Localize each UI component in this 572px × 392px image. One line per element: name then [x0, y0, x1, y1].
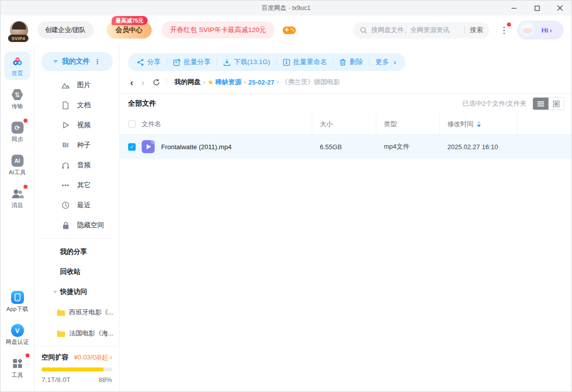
vip-center-button[interactable]: 会员中心 最高减75元 — [107, 22, 152, 39]
breadcrumb-separator: › — [277, 79, 279, 86]
torrents-label: 种子 — [77, 141, 91, 150]
documents-label: 文档 — [77, 101, 91, 110]
delete-button[interactable]: 删除 — [339, 58, 363, 67]
folder-label: 西班牙电影《... — [69, 308, 114, 317]
window-controls — [502, 1, 571, 16]
sidebar-item-videos[interactable]: 视频 — [35, 115, 119, 135]
breadcrumb-rare-resources[interactable]: 稀缺资源 — [215, 78, 241, 87]
documents-icon — [61, 101, 71, 110]
collapse-triangle-icon — [53, 60, 58, 63]
file-name-cell[interactable]: Frontalwatte (2011).mp4 — [140, 140, 312, 153]
sidebar-item-quick-access[interactable]: 快捷访问 — [35, 282, 119, 302]
minimize-button[interactable] — [502, 1, 525, 16]
file-name[interactable]: Frontalwatte (2011).mp4 — [161, 143, 232, 151]
chevron-right-icon: › — [110, 353, 112, 361]
breadcrumb-separator: › — [244, 79, 246, 86]
quick-folder-spanish-movie[interactable]: 西班牙电影《... — [35, 302, 119, 323]
rail-item-sync[interactable]: ⟳ 同步 — [5, 118, 31, 146]
select-all-checkbox[interactable] — [128, 120, 136, 128]
rail-item-app-download[interactable]: App下载 — [5, 287, 31, 316]
my-files-label: 我的文件 — [62, 57, 90, 66]
search-button[interactable]: 搜索 — [470, 26, 483, 35]
maximize-icon — [534, 6, 540, 11]
storage-expand-label: 空间扩容 — [42, 353, 69, 362]
batch-rename-button[interactable]: 批量重命名 — [283, 58, 327, 67]
sidebar-item-pictures[interactable]: 图片 — [35, 75, 119, 95]
rail-label-app-download: App下载 — [7, 305, 28, 313]
batch-share-icon — [173, 59, 181, 66]
refresh-button[interactable] — [153, 79, 160, 86]
sidebar-item-recycle-bin[interactable]: 回收站 — [35, 262, 119, 282]
breadcrumb-date-folder[interactable]: 25-02-27 — [248, 79, 274, 86]
folder-icon — [57, 330, 66, 337]
column-header-size[interactable]: 大小 — [312, 114, 376, 134]
close-button[interactable] — [548, 1, 571, 16]
promo-banner[interactable]: 开春红包 SVIP年卡最高减120元 — [162, 22, 275, 39]
storage-progress-bar — [42, 367, 112, 371]
share-button[interactable]: 分享 — [137, 58, 161, 67]
assistant-face — [523, 28, 532, 34]
column-header-name[interactable]: 文件名 — [140, 114, 312, 134]
search-box[interactable]: 搜网盘文件、全网资源资讯 搜索 — [353, 22, 489, 39]
sidebar-item-documents[interactable]: 文档 — [35, 95, 119, 115]
file-row[interactable]: ✓ Frontalwatte (2011).mp4 6.55GB mp4文件 2… — [120, 135, 571, 159]
column-header-tail — [517, 114, 571, 134]
star-icon: ★ — [208, 78, 214, 86]
storage-price-link[interactable]: ¥0.03/GB起 › — [74, 353, 112, 362]
folder-icon — [57, 309, 66, 316]
breadcrumb-divider — [167, 78, 167, 86]
recent-label: 最近 — [77, 201, 91, 210]
app-window: 百度网盘 · tx9uc1 SVIP4 创建企业/团队 会员中心 最高减75元 … — [0, 0, 572, 392]
sidebar-item-recent[interactable]: 最近 — [35, 195, 119, 215]
rail-item-tools[interactable]: 工具 — [5, 353, 31, 382]
breadcrumb-my-drive[interactable]: 我的网盘 — [175, 78, 201, 87]
video-file-icon — [142, 140, 155, 153]
download-icon — [223, 59, 231, 66]
hidden-space-label: 隐藏空间 — [77, 221, 104, 230]
rail-label-sync: 同步 — [12, 136, 23, 143]
row-checkbox[interactable]: ✓ — [128, 143, 136, 151]
game-center-button[interactable] — [282, 25, 296, 36]
rail-label-home: 首页 — [12, 70, 23, 77]
sidebar-item-my-files[interactable]: 我的文件 ⋮ — [41, 52, 113, 71]
file-type: mp4文件 — [376, 142, 440, 151]
assistant-button[interactable]: Hi › — [517, 21, 563, 40]
sort-icon[interactable] — [477, 121, 481, 127]
vip-center-label: 会员中心 — [116, 26, 143, 34]
my-files-menu-icon[interactable]: ⋮ — [94, 58, 101, 65]
rail-item-messages[interactable]: 消息 — [5, 184, 31, 212]
column-header-type[interactable]: 类型 — [376, 114, 440, 134]
search-input[interactable]: 搜网盘文件、全网资源资讯 — [371, 26, 459, 35]
nav-back-button[interactable]: ‹ — [130, 78, 133, 87]
storage-percent: 88% — [99, 376, 112, 383]
column-header-modified[interactable]: 修改时间 — [440, 114, 517, 134]
chevron-down-icon: ∨ — [393, 60, 396, 65]
sidebar-item-hidden-space[interactable]: 隐藏空间 — [35, 215, 119, 235]
vip-discount-badge: 最高减75元 — [112, 16, 148, 25]
folder-label: 法国电影《海... — [69, 329, 114, 338]
rail-item-ai-tools[interactable]: AI AI工具 — [5, 151, 31, 179]
search-icon — [360, 27, 367, 34]
grid-view-button[interactable] — [548, 98, 564, 110]
maximize-button[interactable] — [525, 1, 548, 16]
sync-notification-dot — [24, 119, 28, 123]
nav-forward-button[interactable]: › — [141, 78, 144, 87]
list-view-button[interactable] — [533, 98, 548, 110]
sidebar-item-torrents[interactable]: Bt 种子 — [35, 135, 119, 155]
create-team-button[interactable]: 创建企业/团队 — [38, 22, 94, 39]
user-avatar[interactable]: SVIP4 — [10, 21, 29, 40]
batch-share-button[interactable]: 批量分享 — [173, 58, 211, 67]
download-button[interactable]: 下载(13.1G) — [223, 58, 270, 67]
rail-item-transfer[interactable]: ⇅ 传输 — [5, 85, 31, 113]
quick-access-label: 快捷访问 — [60, 287, 87, 296]
audio-icon — [61, 162, 71, 169]
sidebar-item-audio[interactable]: 音频 — [35, 155, 119, 175]
more-button[interactable]: 更多 ∨ — [375, 58, 396, 67]
rail-item-home[interactable]: 首页 — [5, 52, 31, 80]
more-menu-button[interactable]: ⋮ — [495, 22, 512, 39]
quick-folder-french-movie[interactable]: 法国电影《海... — [35, 323, 119, 344]
toolbar-separator — [276, 59, 277, 66]
sidebar-item-others[interactable]: ••• 其它 — [35, 175, 119, 195]
rail-item-verification[interactable]: V 网盘认证 — [5, 320, 31, 349]
sidebar-item-my-shares[interactable]: 我的分享 — [35, 242, 119, 262]
